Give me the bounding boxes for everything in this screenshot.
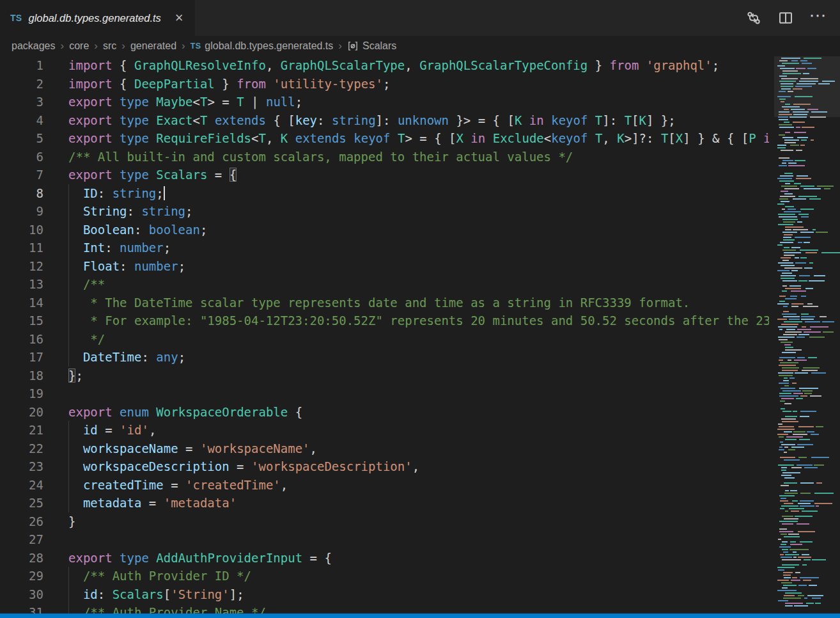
code-line[interactable]: 3export type Maybe<T> = T | null; xyxy=(0,93,769,111)
code-line[interactable]: 21 id = 'id', xyxy=(0,421,769,440)
code-line[interactable]: 19 xyxy=(0,384,769,403)
more-actions-icon[interactable]: ⋯ xyxy=(807,4,828,31)
code-line[interactable]: 5export type RequireFields<T, K extends … xyxy=(0,129,769,148)
line-number[interactable]: 16 xyxy=(0,330,43,349)
code-line[interactable]: 9 String: string; xyxy=(0,202,769,221)
code-token: export xyxy=(68,405,113,419)
status-bar[interactable] xyxy=(0,614,840,618)
code-line[interactable]: 24 createdTime = 'createdTime', xyxy=(0,476,769,495)
line-number[interactable]: 5 xyxy=(0,129,43,148)
line-number[interactable]: 4 xyxy=(0,111,43,130)
code-token: string xyxy=(332,113,376,127)
line-number[interactable]: 1 xyxy=(0,56,43,75)
minimap-line xyxy=(777,464,840,466)
breadcrumb-item-symbol[interactable]: Scalars xyxy=(347,40,396,52)
line-number[interactable]: 10 xyxy=(0,221,43,239)
code-line[interactable]: 16 */ xyxy=(0,330,769,349)
line-number[interactable]: 26 xyxy=(0,512,43,531)
breadcrumb-item-core[interactable]: core xyxy=(69,40,89,52)
code-editor[interactable]: 1import { GraphQLResolveInfo, GraphQLSca… xyxy=(0,56,769,614)
line-number[interactable]: 19 xyxy=(0,384,43,403)
line-number[interactable]: 22 xyxy=(0,440,43,458)
line-number[interactable]: 7 xyxy=(0,166,43,184)
minimap-line xyxy=(777,237,840,238)
minimap-line xyxy=(777,334,840,335)
line-number[interactable]: 17 xyxy=(0,348,43,367)
minimap-line xyxy=(777,326,840,328)
code-line[interactable]: 27 xyxy=(0,530,769,549)
minimap-line xyxy=(777,162,840,164)
breadcrumb-item-generated[interactable]: generated xyxy=(130,40,176,52)
code-line[interactable]: 23 workspaceDescription = 'workspaceDesc… xyxy=(0,457,769,476)
code-token xyxy=(485,131,492,145)
line-number[interactable]: 12 xyxy=(0,257,43,276)
code-line[interactable]: 2import { DeepPartial } from 'utility-ty… xyxy=(0,75,769,93)
minimap-line xyxy=(777,280,840,281)
line-number[interactable]: 9 xyxy=(0,202,43,221)
code-line[interactable]: 1import { GraphQLResolveInfo, GraphQLSca… xyxy=(0,56,769,75)
line-number[interactable]: 13 xyxy=(0,275,43,294)
code-line[interactable]: 12 Float: number; xyxy=(0,257,769,276)
line-number[interactable]: 11 xyxy=(0,239,43,257)
minimap-line xyxy=(777,411,840,412)
code-line[interactable]: 6/** All built-in and custom scalars, ma… xyxy=(0,148,769,166)
code-token: export xyxy=(68,168,113,182)
line-number[interactable]: 24 xyxy=(0,476,43,495)
minimap-line xyxy=(777,160,840,161)
code-line[interactable]: 18}; xyxy=(0,367,769,385)
line-number[interactable]: 23 xyxy=(0,457,43,476)
line-number[interactable]: 6 xyxy=(0,148,43,166)
line-number[interactable]: 15 xyxy=(0,312,43,330)
code-line[interactable]: 13 /** xyxy=(0,275,769,294)
code-line[interactable]: 7export type Scalars = { xyxy=(0,166,769,184)
code-line[interactable]: 8 ID: string; xyxy=(0,184,769,203)
minimap-line xyxy=(777,441,840,443)
code-line[interactable]: 10 Boolean: boolean; xyxy=(0,221,769,239)
line-number[interactable]: 21 xyxy=(0,421,43,440)
breadcrumb-item-packages[interactable]: packages xyxy=(12,40,56,52)
line-number[interactable]: 3 xyxy=(0,93,43,111)
code-line[interactable]: 28export type AddAuthProviderInput = { xyxy=(0,549,769,567)
code-line[interactable]: 4export type Exact<T extends { [key: str… xyxy=(0,111,769,130)
breadcrumb-item-file[interactable]: TS global.db.types.generated.ts xyxy=(191,40,334,52)
minimap[interactable] xyxy=(774,56,840,614)
line-number[interactable]: 27 xyxy=(0,530,43,549)
split-editor-icon[interactable] xyxy=(775,7,797,29)
code-token: */ xyxy=(68,332,105,346)
code-token xyxy=(68,423,83,437)
code-line[interactable]: 29 /** Auth Provider ID */ xyxy=(0,567,769,585)
code-token: = xyxy=(207,168,229,182)
code-token: 'id' xyxy=(120,423,149,437)
code-line[interactable]: 26} xyxy=(0,512,769,531)
code-line[interactable]: 11 Int: number; xyxy=(0,239,769,257)
line-number[interactable]: 2 xyxy=(0,75,43,93)
compare-changes-icon[interactable] xyxy=(743,7,765,29)
line-number[interactable]: 28 xyxy=(0,549,43,567)
code-token: : xyxy=(105,241,120,255)
minimap-line xyxy=(777,590,840,591)
line-number[interactable]: 8 xyxy=(0,184,43,203)
line-number[interactable]: 30 xyxy=(0,585,43,604)
code-line[interactable]: 25 metadata = 'metadata' xyxy=(0,494,769,512)
code-token: ; xyxy=(156,186,163,200)
line-number[interactable]: 25 xyxy=(0,494,43,512)
tab-global-db-types-generated[interactable]: TS global.db.types.generated.ts × xyxy=(0,0,195,36)
code-line[interactable]: 22 workspaceName = 'workspaceName', xyxy=(0,440,769,458)
code-token: ; xyxy=(178,350,185,364)
line-number[interactable]: 20 xyxy=(0,403,43,422)
line-number[interactable]: 29 xyxy=(0,567,43,585)
line-number[interactable]: 31 xyxy=(0,603,43,614)
line-number[interactable]: 14 xyxy=(0,294,43,312)
code-token: : xyxy=(141,350,156,364)
code-line[interactable]: 17 DateTime: any; xyxy=(0,348,769,367)
minimap-slider[interactable] xyxy=(774,56,840,117)
line-number[interactable]: 18 xyxy=(0,367,43,385)
code-line[interactable]: 14 * The DateTime scalar type represents… xyxy=(0,294,769,312)
code-line[interactable]: 31 /** Auth Provider Name */ xyxy=(0,603,769,614)
breadcrumb-item-src[interactable]: src xyxy=(103,40,116,52)
code-line[interactable]: 15 * For example: "1985-04-12T23:20:50.5… xyxy=(0,312,769,330)
code-line[interactable]: 30 id: Scalars['String']; xyxy=(0,585,769,604)
minimap-line xyxy=(777,288,840,289)
code-line[interactable]: 20export enum WorkspaceOrderable { xyxy=(0,403,769,422)
close-icon[interactable]: × xyxy=(173,11,186,25)
